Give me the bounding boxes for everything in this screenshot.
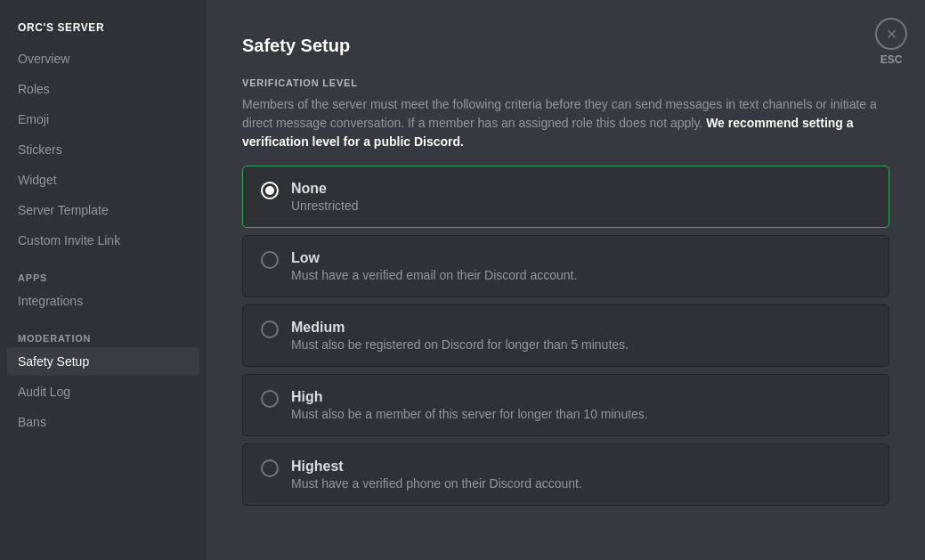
radio-none [261, 182, 279, 199]
main-content: Safety Setup ✕ ESC VERIFICATION LEVEL Me… [207, 0, 925, 560]
option-high-title: High [291, 389, 871, 405]
server-name: ORC'S SERVER [7, 14, 199, 41]
sidebar-item-label: Bans [18, 415, 46, 429]
moderation-section-label: MODERATION [7, 319, 199, 347]
sidebar-item-label: Custom Invite Link [18, 233, 120, 248]
sidebar-item-label: Widget [18, 173, 57, 187]
sidebar-item-roles[interactable]: Roles [7, 75, 199, 103]
radio-low [261, 251, 279, 269]
option-none-title: None [291, 181, 871, 197]
radio-high [261, 390, 279, 408]
esc-button[interactable]: ✕ ESC [875, 18, 907, 66]
option-low-content: Low Must have a verified email on their … [291, 250, 871, 282]
option-none[interactable]: None Unrestricted [242, 166, 889, 228]
sidebar-item-label: Safety Setup [18, 354, 89, 369]
apps-section-label: APPS [7, 258, 199, 287]
sidebar-item-server-template[interactable]: Server Template [7, 196, 199, 224]
verification-section-label: VERIFICATION LEVEL [242, 77, 889, 88]
sidebar-item-label: Emoji [18, 112, 49, 126]
sidebar-item-custom-invite-link[interactable]: Custom Invite Link [7, 226, 199, 255]
option-high[interactable]: High Must also be a member of this serve… [242, 374, 889, 436]
sidebar-item-integrations[interactable]: Integrations [7, 287, 199, 315]
option-highest[interactable]: Highest Must have a verified phone on th… [242, 443, 889, 506]
sidebar-item-emoji[interactable]: Emoji [7, 105, 199, 134]
sidebar-item-label: Roles [18, 82, 50, 96]
option-highest-title: Highest [291, 459, 871, 475]
option-low-desc: Must have a verified email on their Disc… [291, 268, 871, 282]
option-low[interactable]: Low Must have a verified email on their … [242, 235, 889, 297]
sidebar-item-label: Audit Log [18, 385, 70, 399]
option-medium-desc: Must also be registered on Discord for l… [291, 337, 871, 352]
sidebar-item-label: Stickers [18, 142, 62, 157]
option-none-content: None Unrestricted [291, 181, 871, 213]
radio-medium [261, 321, 279, 338]
option-highest-desc: Must have a verified phone on their Disc… [291, 476, 871, 491]
sidebar-item-safety-setup[interactable]: Safety Setup [7, 347, 199, 376]
sidebar-item-widget[interactable]: Widget [7, 166, 199, 194]
sidebar-item-label: Server Template [18, 203, 109, 217]
option-high-desc: Must also be a member of this server for… [291, 407, 871, 421]
sidebar-item-overview[interactable]: Overview [7, 45, 199, 73]
esc-icon: ✕ [875, 18, 907, 50]
option-highest-content: Highest Must have a verified phone on th… [291, 459, 871, 491]
radio-highest [261, 459, 279, 477]
sidebar: ORC'S SERVER Overview Roles Emoji Sticke… [0, 0, 207, 560]
sidebar-item-bans[interactable]: Bans [7, 408, 199, 436]
option-medium[interactable]: Medium Must also be registered on Discor… [242, 304, 889, 367]
option-medium-title: Medium [291, 320, 871, 336]
sidebar-item-label: Integrations [18, 294, 83, 308]
sidebar-item-label: Overview [18, 52, 69, 66]
esc-label: ESC [880, 53, 903, 66]
sidebar-item-audit-log[interactable]: Audit Log [7, 377, 199, 406]
option-low-title: Low [291, 250, 871, 266]
option-medium-content: Medium Must also be registered on Discor… [291, 320, 871, 352]
option-none-desc: Unrestricted [291, 199, 871, 213]
verification-description: Members of the server must meet the foll… [242, 95, 889, 151]
page-title: Safety Setup [242, 36, 889, 56]
sidebar-item-stickers[interactable]: Stickers [7, 135, 199, 164]
option-high-content: High Must also be a member of this serve… [291, 389, 871, 421]
